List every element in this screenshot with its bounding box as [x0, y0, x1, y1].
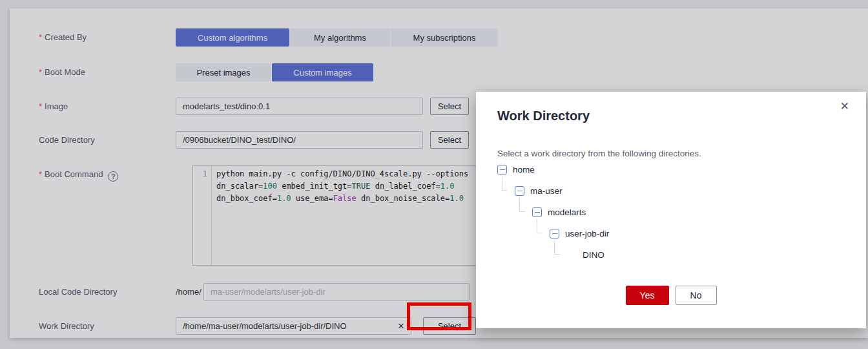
no-button[interactable]: No [676, 286, 717, 305]
tree-node-dino: DINO [497, 244, 853, 266]
collapse-icon[interactable] [532, 207, 542, 217]
tree-node-ma-user: ma-user [497, 180, 853, 202]
tree-node-modelarts: modelarts [497, 202, 853, 223]
work-directory-dialog: ✕ Work Directory Select a work directory… [476, 92, 866, 328]
collapse-icon[interactable] [515, 186, 524, 196]
tree-node-label[interactable]: DINO [583, 250, 604, 260]
directory-tree: home ma-user modelarts user-job-dir DINO [497, 159, 853, 266]
dialog-footer: Yes No [476, 286, 866, 305]
dialog-title: Work Directory [497, 109, 590, 123]
page: *Created By Custom algorithms My algorit… [0, 0, 868, 349]
tree-connector [502, 176, 508, 191]
tree-connector [519, 198, 525, 212]
tree-node-label[interactable]: user-job-dir [565, 229, 609, 238]
tree-node-user-job-dir: user-job-dir [497, 223, 853, 244]
tree-connector [554, 240, 560, 255]
tree-node-home: home [497, 159, 853, 180]
tree-node-label[interactable]: home [513, 165, 535, 174]
collapse-icon[interactable] [550, 229, 559, 238]
yes-button[interactable]: Yes [626, 286, 669, 305]
tree-connector [537, 219, 542, 233]
close-icon[interactable]: ✕ [840, 101, 849, 112]
tree-node-label[interactable]: ma-user [530, 186, 563, 196]
tree-node-label[interactable]: modelarts [548, 207, 586, 217]
collapse-icon[interactable] [497, 165, 507, 174]
dialog-description: Select a work directory from the followi… [497, 149, 701, 158]
